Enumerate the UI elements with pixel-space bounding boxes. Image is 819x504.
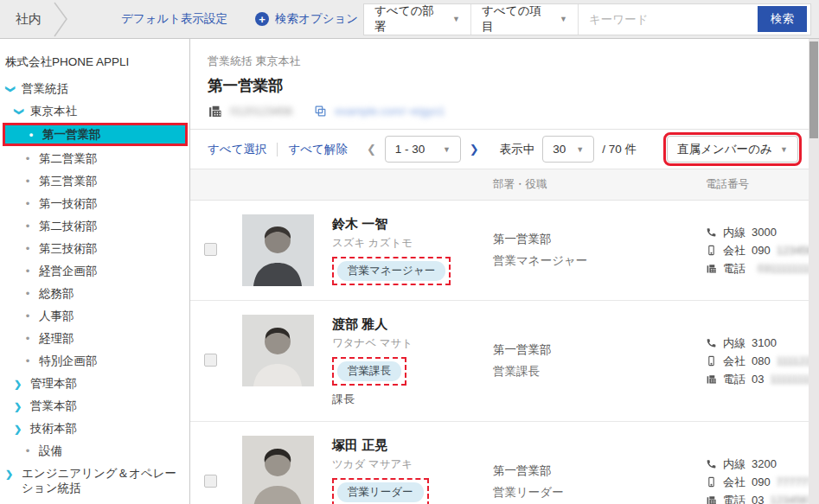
sidebar-item-jinjibu[interactable]: • 人事部 [0, 304, 189, 327]
page-range-select[interactable]: 1 - 30 ▼ [385, 136, 461, 163]
person-name[interactable]: 渡部 雅人 [332, 316, 493, 333]
chevron-right-icon: ❯ [5, 467, 16, 482]
sidebar-item-dai2-eigyobu[interactable]: • 第二営業部 [0, 147, 189, 169]
handset-icon [706, 226, 717, 238]
sidebar-item-setsubi[interactable]: • 設備 [0, 439, 189, 462]
phone-label: 電話 [723, 493, 745, 504]
caret-down-icon: ▼ [452, 15, 460, 23]
tab-internal[interactable]: 社内 [0, 11, 42, 28]
sidebar-item-keiribu[interactable]: • 経理部 [0, 327, 189, 349]
phone-label: 会社 [723, 354, 745, 369]
row-checkbox[interactable] [204, 354, 217, 367]
handset-icon [706, 458, 717, 469]
sidebar-item-label: 第一営業部 [42, 127, 101, 142]
scrollbar[interactable] [809, 39, 819, 504]
person-department: 第一営業部 [493, 342, 694, 358]
sidebar-item-pa-ventures[interactable]: • PAベンチャーズ [0, 499, 189, 504]
phone-label: 電話 [723, 261, 745, 277]
phone-number[interactable]: 090 [752, 475, 771, 488]
chevron-down-icon: ❯ [12, 107, 27, 118]
main-content: 営業統括 東京本社 第一営業部 0120123456 example.com/~… [190, 39, 819, 504]
copy-icon[interactable] [314, 105, 327, 118]
fax-icon [706, 263, 717, 274]
chevron-right-icon: ❯ [14, 377, 24, 392]
sidebar-item-eigyo-toukatsu[interactable]: ❯ 営業統括 [0, 77, 189, 99]
chevron-right-icon: ❯ [14, 422, 24, 437]
page-size-select[interactable]: 30 ▼ [542, 136, 594, 163]
department-select[interactable]: すべての部署 ▼ [364, 4, 471, 35]
phone-number-blurred: 0311111111 [758, 262, 815, 275]
next-page-icon[interactable]: ❯ [470, 143, 479, 156]
search-options-link[interactable]: + 検索オプション [255, 11, 358, 27]
bullet-icon: • [22, 241, 33, 256]
member-filter-value: 直属メンバーのみ [677, 142, 772, 157]
sidebar-item-soumubu[interactable]: • 総務部 [0, 282, 189, 304]
sidebar-item-label: 技術本部 [30, 421, 77, 436]
department-url-link[interactable]: example.com/~eigyo1 [335, 105, 445, 118]
phone-label: 会社 [723, 243, 745, 258]
page-title: 第一営業部 [190, 69, 809, 96]
sidebar-item-dai3-gijutsubu[interactable]: • 第三技術部 [0, 237, 189, 259]
sidebar-item-label: 特別企画部 [39, 354, 98, 368]
person-title: 課長 [332, 392, 493, 407]
default-display-settings-link[interactable]: デフォルト表示設定 [121, 11, 227, 27]
sidebar-item-kanri-honbu[interactable]: ❯ 管理本部 [0, 372, 189, 394]
person-name[interactable]: 鈴木 一智 [332, 216, 493, 233]
role-badge: 営業課長 [337, 361, 401, 381]
deselect-all-link[interactable]: すべて解除 [288, 142, 347, 157]
bullet-icon: • [22, 196, 33, 211]
scrollbar-thumb[interactable] [809, 41, 818, 138]
sidebar-item-label: エンジニアリング＆オペレーション統括 [22, 466, 186, 495]
list-controls: すべて選択 すべて解除 ❮ 1 - 30 ▼ ❯ 表示中 30 ▼ / 70 件… [190, 130, 809, 169]
person-role: 営業課長 [493, 364, 694, 380]
phone-label: 内線 [723, 456, 745, 472]
sidebar-item-label: 営業本部 [30, 399, 77, 413]
phone-number[interactable]: 080 [752, 354, 771, 367]
sidebar-item-label: 営業統括 [22, 81, 68, 96]
person-name[interactable]: 塚田 正晃 [332, 437, 493, 454]
phone-number[interactable]: 03 [752, 494, 764, 504]
sidebar-item-dai2-gijutsubu[interactable]: • 第二技術部 [0, 214, 189, 237]
search-button[interactable]: 検索 [758, 6, 807, 32]
bullet-icon: • [22, 174, 33, 188]
field-select[interactable]: すべての項目 ▼ [471, 4, 579, 35]
sidebar-item-keiei-kikakubu[interactable]: • 経営企画部 [0, 259, 189, 282]
table-header: 部署・役職 電話番号 [190, 169, 809, 201]
sidebar-item-gijutsu-honbu[interactable]: ❯ 技術本部 [0, 417, 189, 439]
row-checkbox[interactable] [204, 475, 217, 488]
sidebar-item-dai1-gijutsubu[interactable]: • 第一技術部 [0, 192, 189, 214]
sidebar-item-dai1-eigyobu-selected[interactable]: • 第一営業部 [3, 123, 188, 146]
sidebar-item-label: 管理本部 [30, 376, 77, 391]
bullet-icon: • [22, 219, 33, 233]
member-filter-select[interactable]: 直属メンバーのみ ▼ [667, 136, 798, 163]
sidebar-item-engineering-operations[interactable]: ❯ エンジニアリング＆オペレーション統括 [0, 462, 189, 499]
prev-page-icon[interactable]: ❮ [367, 143, 376, 156]
table-row: 鈴木 一智 スズキ カズトモ 営業マネージャー 第一営業部 営業マネージャー 内… [190, 201, 809, 301]
org-root-label[interactable]: 株式会社PHONE APPLI [0, 49, 189, 77]
bullet-icon: • [26, 127, 36, 142]
sidebar-item-tokubetsu-kikakubu[interactable]: • 特別企画部 [0, 349, 189, 372]
table-row: 塚田 正晃 ツカダ マサアキ 営業リーダー チームリーダー 第一営業部 営業リー… [190, 422, 809, 504]
phone-number[interactable]: 03 [752, 373, 764, 386]
person-kana: ワタナベ マサト [332, 336, 493, 351]
table-row: 渡部 雅人 ワタナベ マサト 営業課長 課長 第一営業部 営業課長 内線 310… [190, 301, 809, 422]
sidebar-item-label: 経営企画部 [39, 264, 98, 278]
sidebar-item-dai3-eigyobu[interactable]: • 第三営業部 [0, 169, 189, 192]
phone-number[interactable]: 3000 [752, 226, 777, 239]
department-contact-line: 0120123456 example.com/~eigyo1 [190, 96, 809, 130]
phone-number[interactable]: 3200 [752, 457, 777, 470]
caret-down-icon: ▼ [576, 145, 584, 154]
bullet-icon: • [22, 151, 33, 166]
phone-number[interactable]: 3100 [752, 336, 777, 349]
keyword-input[interactable] [579, 4, 758, 35]
row-checkbox[interactable] [204, 243, 217, 256]
fax-icon [208, 104, 222, 118]
fax-icon [706, 494, 717, 504]
sidebar-item-tokyo-honsha[interactable]: ❯ 東京本社 [0, 99, 189, 122]
sidebar-item-eigyo-honbu[interactable]: ❯ 営業本部 [0, 394, 189, 417]
top-bar: 社内 デフォルト表示設定 + 検索オプション すべての部署 ▼ すべての項目 ▼… [0, 0, 819, 39]
phone-number[interactable]: 090 [752, 244, 771, 257]
column-header-dept: 部署・役職 [493, 177, 694, 192]
select-all-link[interactable]: すべて選択 [208, 142, 266, 157]
breadcrumb: 営業統括 東京本社 [190, 39, 809, 69]
